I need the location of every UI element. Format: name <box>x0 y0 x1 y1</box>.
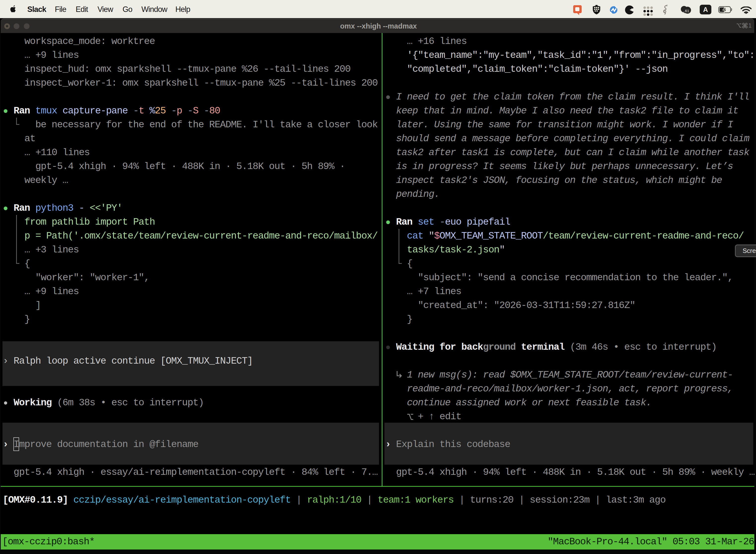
svg-text:..61: ..61 <box>683 9 689 13</box>
svg-text:1: 1 <box>748 22 752 29</box>
